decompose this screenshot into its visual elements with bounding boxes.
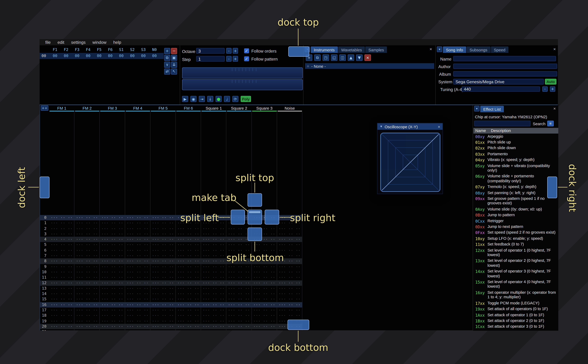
song-info-tab[interactable]: Speed [491,46,509,53]
orders-cell[interactable]: 00 [50,54,61,58]
menu-item[interactable]: file [42,39,54,45]
piano-upper-octave[interactable] [182,67,303,78]
effect-list-entry[interactable]: 1Axx Set attack of operator 1 (0 to 1F) [473,312,558,318]
channel-header[interactable]: Square 3 [252,105,277,111]
menu-item[interactable]: help [110,39,125,45]
order-remove-button[interactable]: − [171,48,177,54]
orders-cell[interactable]: 00 [127,54,138,58]
channel-header[interactable]: FM 5 [151,105,176,111]
author-input[interactable] [453,64,557,69]
name-input[interactable] [453,56,556,61]
orders-cell[interactable]: 00 [83,54,94,58]
poly-toggle-button[interactable]: Poly [241,96,251,102]
orders-cell[interactable]: 00 [72,54,83,58]
pattern-row[interactable]: 16 ··· ·· ·· ··· ··· ·· ·· ··· ··· ·· ··… [40,302,302,307]
dock-target-bottom[interactable] [287,319,309,330]
effect-list-entry[interactable]: 02xx Pitch slide down [473,145,558,151]
play-from-cursor-button[interactable]: ◉ [190,96,197,102]
effect-list-entry[interactable]: 1Bxx Set attack of operator 2 (0 to 1F) [473,318,558,324]
effect-search-input[interactable] [474,121,530,126]
instrument-organize-icon[interactable]: ◫ [339,54,346,61]
effect-list-entry[interactable]: 1Cxx Set attack of operator 3 (0 to 1F) [473,324,558,330]
dock-target-right[interactable] [547,176,557,198]
pattern-row[interactable]: 5 ··· ·· ·· ··· ··· ·· ·· ··· ··· ·· ·· … [40,242,302,247]
order-add-button[interactable]: + [164,48,170,54]
menu-item[interactable]: window [89,39,110,45]
pattern-row[interactable]: 13 ··· ·· ·· ··· ··· ·· ·· ··· ··· ·· ··… [40,286,302,291]
play-button[interactable]: ▶ [182,96,188,102]
effect-list-entry[interactable]: 09xx Set groove pattern (speed 1 if no g… [473,196,558,206]
effect-list-entry[interactable]: 05xy Volume slide + vibrato (compatibili… [473,163,558,174]
pattern-body[interactable]: 0 ··· ·· ·· ··· ··· ·· ·· ··· ··· ·· ·· … [40,112,302,331]
pattern-row[interactable]: 10 ··· ·· ·· ··· ··· ·· ·· ··· ··· ·· ··… [40,269,302,275]
orders-cell[interactable]: 00 [138,54,149,58]
effect-list-tab[interactable]: Effect List [480,106,504,112]
channel-header[interactable]: FM 3 [100,105,125,111]
instrument-move-up-icon[interactable]: ▲ [348,54,354,61]
tab-list-dropdown-icon[interactable]: ▼ [437,46,442,52]
orders-cell[interactable]: 00 [105,54,116,58]
order-duplicate-button[interactable]: ⧉ [164,55,170,61]
instrument-move-down-icon[interactable]: ▼ [356,54,363,61]
tuning-input[interactable] [462,86,540,92]
pattern-row[interactable]: 19 ··· ·· ·· ··· ··· ·· ·· ··· ··· ·· ··… [40,318,302,324]
dock-target-make-tab[interactable] [248,210,262,225]
menu-item[interactable]: edit [54,39,68,45]
effect-list-entry[interactable]: 14xx Set level of operator 3 (0 highest,… [473,269,558,279]
menu-item[interactable]: settings [68,39,89,45]
order-edit-mode-button[interactable]: ↖ [171,69,177,75]
pattern-row[interactable]: 18 ··· ·· ·· ··· ··· ·· ·· ··· ··· ·· ··… [40,313,302,318]
channel-header[interactable]: FM 6 [176,105,201,111]
effect-list-entry[interactable]: 01xx Pitch slide up [473,139,558,145]
instruments-tab[interactable]: Samples [365,46,387,53]
piano-lower-octave[interactable] [182,79,303,90]
order-move-down-button[interactable]: ∨ [164,62,170,68]
channel-header[interactable]: FM 2 [74,105,100,111]
channel-header[interactable]: Square 1 [201,105,226,111]
channel-header[interactable]: Square 2 [226,105,252,111]
pattern-row[interactable]: 14 ··· ·· ·· ··· ··· ·· ·· ··· ··· ·· ··… [40,291,302,297]
pattern-row[interactable]: 1 ··· ·· ·· ··· ··· ·· ·· ··· ··· ·· ·· … [40,221,302,226]
record-button[interactable]: ● [216,96,222,102]
dock-target-split-bottom[interactable] [248,228,262,241]
instrument-delete-icon[interactable]: × [364,54,371,61]
effect-list-entry[interactable]: 12xx Set level of operator 1 (0 highest,… [473,247,558,258]
pattern-options-button[interactable]: ++ [41,105,48,111]
orders-row-values[interactable]: 00000000000000000000 [50,54,160,58]
step-decrease-button[interactable]: - [226,56,231,62]
effect-list-entry[interactable]: 0Fxx Set speed (speed 2 if no grooves ex… [473,230,558,236]
instrument-list-item[interactable]: ○ - None - [305,63,434,69]
instrument-save-icon[interactable]: ◱ [331,54,337,61]
effect-list-entry[interactable]: 06xy Volume slide + portamento (compatib… [473,174,558,184]
channel-header[interactable]: Noise [277,105,302,111]
move-down-button[interactable]: ↓ [207,96,213,102]
effect-list-entry[interactable]: 07xy Tremolo (x: speed; y: depth) [473,184,558,190]
effect-list-entry[interactable]: 17xx Toggle PCM mode (LEGACY) [473,300,558,306]
effect-list-entry[interactable]: 0Dxx Jump to next pattern [473,224,558,230]
order-move-bottom-button[interactable]: ⇊ [171,62,177,68]
instrument-duplicate-icon[interactable]: ⧉ [314,54,321,61]
tuning-increase-button[interactable]: + [550,86,555,92]
tuning-decrease-button[interactable]: - [542,86,548,92]
pattern-row[interactable]: 20 ··· ·· ·· ··· ··· ·· ·· ··· ··· ·· ··… [40,324,302,329]
pattern-row[interactable]: 12 ··· ·· ·· ··· ··· ·· ·· ··· ··· ·· ··… [40,280,302,286]
effect-list-entry[interactable]: 10xy Setup LFO (x: enable; y: speed) [473,236,558,241]
orders-cell[interactable]: 00 [116,54,127,58]
dock-target-split-left[interactable] [231,210,245,225]
effect-list-entry[interactable]: 11xx Set feedback (0 to 7) [473,241,558,247]
orders-cell[interactable]: 00 [94,54,105,58]
close-icon[interactable]: × [553,47,556,51]
effect-list-entry[interactable]: 0Cxx Retrigger [473,218,558,224]
effect-list-entry[interactable]: 15xx Set level of operator 4 (0 highest,… [473,279,558,290]
order-deep-clone-button[interactable]: ▣ [171,55,177,61]
metronome-button[interactable]: ♩ [224,96,230,102]
order-change-mode-button[interactable]: ⇄ [164,69,170,75]
tab-list-dropdown-icon[interactable]: ▼ [474,106,479,111]
song-info-tab[interactable]: Subsongs [466,46,490,53]
dock-target-left[interactable] [40,176,49,198]
auto-detect-button[interactable]: Auto [545,79,556,84]
effect-list-entry[interactable]: 19xx Set attack of all operators (0 to 1… [473,306,558,312]
album-input[interactable] [453,71,557,77]
effect-list-entry[interactable]: 16xy Set operator multiplier (x: operato… [473,290,558,300]
song-info-tab[interactable]: Song Info [443,46,466,53]
